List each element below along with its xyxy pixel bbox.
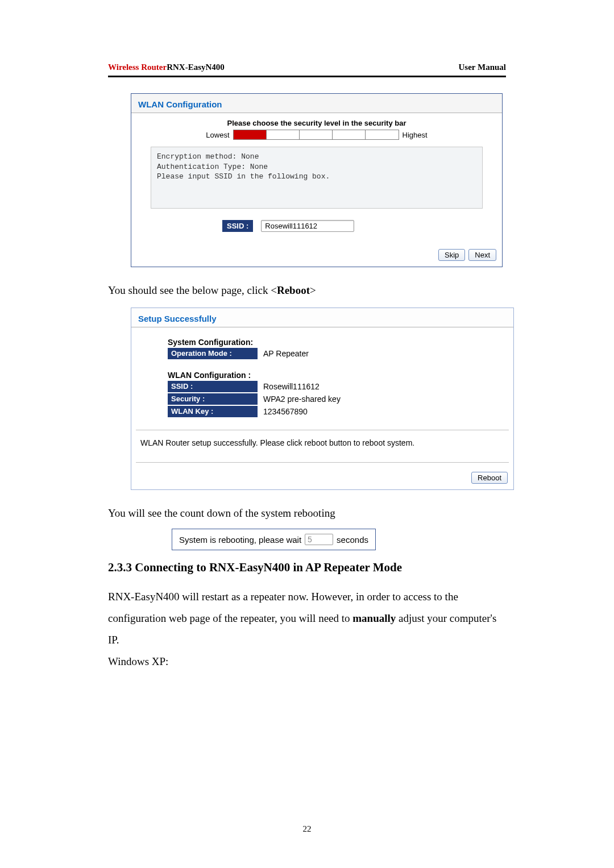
section-paragraph: RNX-EasyN400 will restart as a repeater … bbox=[108, 586, 506, 672]
setup-ssid-label: SSID : bbox=[168, 381, 258, 392]
panel-divider bbox=[136, 430, 509, 430]
ssid-input-row: SSID : bbox=[222, 220, 502, 232]
security-seg-5[interactable] bbox=[366, 130, 399, 139]
model-text: RNX-EasyN400 bbox=[167, 63, 225, 72]
encryption-info-box: Encryption method: None Authentication T… bbox=[151, 147, 483, 209]
line1-suffix: > bbox=[310, 284, 316, 296]
operation-mode-label: Operation Mode : bbox=[168, 348, 258, 359]
countdown-prefix: System is rebooting, please wait bbox=[179, 535, 301, 545]
para-bold: manually bbox=[352, 612, 396, 624]
para-c: Windows XP: bbox=[108, 655, 168, 667]
wlan-config-panel: WLAN Configuration Please choose the sec… bbox=[131, 93, 503, 267]
system-config-heading: System Configuration: bbox=[168, 338, 501, 347]
ssid-input[interactable] bbox=[261, 220, 354, 232]
setup-success-message: WLAN Router setup successfully. Please c… bbox=[131, 436, 513, 455]
brand-text: Wireless Router bbox=[108, 63, 167, 72]
setup-security-value: WPA2 pre-shared key bbox=[258, 393, 346, 405]
security-seg-3[interactable] bbox=[300, 130, 333, 139]
header-divider bbox=[108, 76, 506, 77]
header-left: Wireless RouterRNX-EasyN400 bbox=[108, 63, 225, 72]
line1-bold: Reboot bbox=[277, 284, 310, 296]
security-seg-4[interactable] bbox=[333, 130, 366, 139]
header-right: User Manual bbox=[459, 63, 506, 72]
security-seg-2[interactable] bbox=[267, 130, 300, 139]
countdown-intro-line: You will see the count down of the syste… bbox=[108, 501, 506, 525]
panel-divider-2 bbox=[136, 462, 509, 463]
security-bar-track[interactable] bbox=[233, 130, 399, 140]
setup-success-panel: Setup Successfully System Configuration:… bbox=[131, 308, 514, 490]
security-level-bar: Lowest Highest bbox=[131, 130, 502, 140]
operation-mode-row: Operation Mode : AP Repeater bbox=[168, 348, 501, 359]
ssid-label: SSID : bbox=[222, 220, 253, 232]
countdown-suffix: seconds bbox=[337, 535, 368, 545]
security-instruction: Please choose the security level in the … bbox=[131, 113, 502, 130]
setup-key-row: WLAN Key : 1234567890 bbox=[168, 406, 501, 417]
section-heading: 2.3.3 Connecting to RNX-EasyN400 in AP R… bbox=[108, 560, 506, 575]
reboot-instruction-line: You should see the below page, click <Re… bbox=[108, 279, 506, 302]
reboot-button-row: Reboot bbox=[131, 468, 513, 489]
setup-key-label: WLAN Key : bbox=[168, 406, 258, 417]
page-number: 22 bbox=[0, 824, 614, 834]
wlan-button-row: Skip Next bbox=[131, 246, 502, 267]
wlan-config-heading: WLAN Configuration : bbox=[168, 371, 501, 380]
reboot-countdown-box: System is rebooting, please wait seconds bbox=[172, 529, 376, 550]
highest-label: Highest bbox=[403, 131, 428, 139]
lowest-label: Lowest bbox=[206, 131, 229, 139]
setup-security-label: Security : bbox=[168, 393, 258, 405]
countdown-seconds-input bbox=[305, 534, 333, 545]
security-seg-1[interactable] bbox=[234, 130, 267, 139]
setup-key-value: 1234567890 bbox=[258, 406, 313, 417]
reboot-button[interactable]: Reboot bbox=[471, 472, 508, 484]
operation-mode-value: AP Repeater bbox=[258, 348, 314, 359]
skip-button[interactable]: Skip bbox=[438, 249, 465, 261]
wlan-panel-title: WLAN Configuration bbox=[131, 94, 502, 113]
setup-ssid-row: SSID : Rosewill111612 bbox=[168, 381, 501, 392]
line1-prefix: You should see the below page, click < bbox=[108, 284, 277, 296]
next-button[interactable]: Next bbox=[468, 249, 496, 261]
page-header: Wireless RouterRNX-EasyN400 User Manual bbox=[108, 63, 506, 72]
setup-security-row: Security : WPA2 pre-shared key bbox=[168, 393, 501, 405]
setup-ssid-value: Rosewill111612 bbox=[258, 381, 325, 392]
system-config-block: System Configuration: Operation Mode : A… bbox=[131, 327, 513, 423]
setup-panel-title: Setup Successfully bbox=[131, 308, 513, 327]
